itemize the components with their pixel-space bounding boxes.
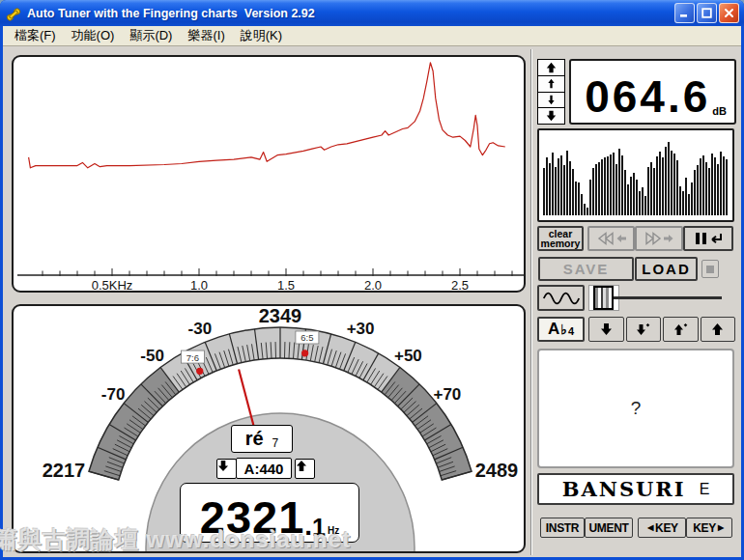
up-arrow-icon	[546, 78, 557, 89]
level-history-panel	[537, 128, 734, 222]
frequency-display: 2321 . 1 Hz	[180, 483, 359, 543]
menu-file[interactable]: 檔案(F)	[7, 26, 64, 46]
forward-button[interactable]	[635, 226, 683, 251]
level-bar	[613, 153, 615, 215]
svg-text:+50: +50	[394, 347, 422, 365]
level-history-bars	[543, 134, 729, 215]
level-bar	[708, 168, 710, 215]
svg-text:2489: 2489	[475, 460, 519, 481]
level-bar	[630, 177, 632, 215]
level-bar	[671, 151, 672, 215]
pitch-note-button[interactable]: A ♭ 4	[537, 317, 585, 342]
save-button[interactable]: SAVE	[538, 257, 634, 281]
bold-up-arrow-icon	[545, 62, 558, 73]
level-bar	[552, 153, 554, 215]
slider-handle[interactable]	[593, 286, 614, 310]
tuner-gauge-panel: -70-50-30+30+50+702349221724897:66:5 ré …	[12, 304, 526, 553]
level-bar	[639, 191, 641, 215]
rewind-button[interactable]	[587, 226, 635, 251]
level-bar	[636, 180, 638, 215]
level-bar	[569, 161, 571, 215]
volume-slider[interactable]	[588, 285, 735, 311]
down-arrow-icon	[546, 95, 557, 105]
left-triangle-icon: ◀	[647, 523, 653, 532]
pause-return-icon	[694, 231, 723, 246]
maximize-button[interactable]	[697, 3, 717, 23]
level-bar	[720, 152, 722, 215]
svg-text:+70: +70	[433, 385, 461, 404]
up-arrow-icon	[296, 460, 307, 472]
instrument-prev-button[interactable]: INSTR	[540, 518, 585, 538]
key-prev-label: KEY	[655, 521, 678, 535]
minimize-icon	[679, 8, 690, 18]
level-bar	[595, 164, 597, 215]
reference-up-button[interactable]	[295, 459, 315, 479]
pause-button[interactable]	[683, 226, 733, 251]
menu-help[interactable]: 說明(K)	[233, 26, 290, 46]
app-window: Auto Tuner with the Fingering charts Ver…	[0, 0, 744, 560]
level-bar	[642, 187, 644, 215]
spectrum-panel: 0.5KHz1.01.52.02.5	[12, 55, 526, 293]
level-bar	[717, 164, 719, 215]
level-down-fast-button[interactable]	[538, 108, 564, 124]
level-bar	[644, 196, 646, 215]
level-bar	[546, 157, 548, 215]
svg-text:7:6: 7:6	[186, 352, 199, 363]
svg-text:2349: 2349	[259, 306, 302, 326]
pitch-down-semitone-button[interactable]	[626, 317, 662, 342]
level-bar	[610, 154, 612, 215]
menu-bar: 檔案(F) 功能(O) 顯示(D) 樂器(I) 說明(K)	[3, 26, 741, 46]
instrument-key: E	[700, 481, 710, 498]
load-button[interactable]: LOAD	[635, 257, 698, 281]
close-button[interactable]	[719, 3, 739, 23]
reference-down-button[interactable]	[216, 459, 237, 479]
level-bar	[682, 191, 684, 215]
level-bar	[621, 155, 623, 215]
note-display: ré 7	[231, 425, 293, 453]
forward-icon	[642, 231, 676, 246]
level-bar	[563, 165, 565, 215]
svg-text:-30: -30	[188, 320, 213, 338]
level-down-button[interactable]	[538, 93, 564, 109]
app-tuner-icon	[5, 5, 22, 22]
title-bar[interactable]: Auto Tuner with the Fingering charts Ver…	[0, 0, 744, 26]
level-up-fast-button[interactable]	[538, 60, 564, 76]
level-bar	[676, 160, 678, 215]
key-next-button[interactable]: KEY ▶	[686, 518, 732, 538]
tone-generator-button[interactable]	[537, 285, 585, 311]
level-value: 064.6	[585, 76, 710, 119]
bold-down-arrow-icon	[545, 110, 558, 122]
level-bar	[685, 178, 687, 215]
pitch-up-octave-button[interactable]	[701, 317, 736, 342]
svg-text:2.5: 2.5	[451, 278, 469, 293]
bold-down-arrow-icon	[600, 322, 613, 336]
level-bar	[572, 169, 574, 215]
level-bar	[656, 156, 658, 215]
level-bar	[702, 155, 704, 215]
level-bar	[673, 154, 675, 215]
menu-function[interactable]: 功能(O)	[64, 26, 123, 46]
key-prev-button[interactable]: ◀ KEY	[638, 518, 686, 538]
level-bar	[566, 151, 568, 215]
menu-display[interactable]: 顯示(D)	[122, 26, 180, 46]
up-arrow-plus-icon	[673, 322, 688, 336]
level-bar	[604, 157, 606, 215]
pitch-down-octave-button[interactable]	[588, 317, 624, 342]
level-up-button[interactable]	[538, 76, 564, 93]
minimize-button[interactable]	[674, 3, 695, 23]
clear-memory-label-2: memory	[541, 238, 581, 248]
clear-memory-button[interactable]: clear memory	[537, 226, 584, 251]
bold-up-arrow-icon	[711, 322, 724, 336]
pitch-up-semitone-button[interactable]	[663, 317, 699, 342]
level-bar	[653, 168, 655, 215]
menu-instrument[interactable]: 樂器(I)	[180, 26, 232, 46]
slider-track[interactable]	[614, 296, 722, 299]
stop-button[interactable]	[701, 260, 719, 278]
svg-text:+30: +30	[347, 320, 375, 338]
down-arrow-plus-icon	[636, 322, 650, 336]
level-bar	[647, 167, 649, 215]
instrument-next-button[interactable]: UMENT	[585, 518, 633, 538]
reference-pitch-display: A:440	[236, 458, 292, 479]
right-triangle-icon: ▶	[718, 523, 724, 532]
level-steppers	[537, 59, 565, 125]
